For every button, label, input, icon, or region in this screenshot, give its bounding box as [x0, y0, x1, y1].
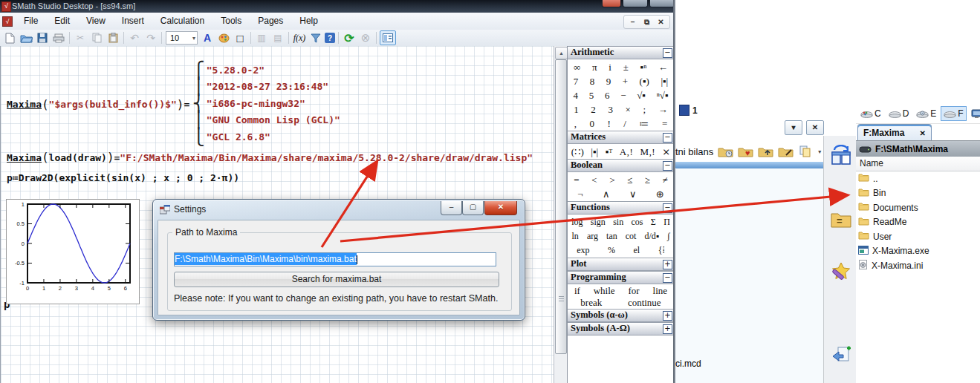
close-button[interactable]: ✕ — [806, 120, 824, 135]
drive-network[interactable]: G — [968, 106, 980, 121]
palette-button[interactable]: el — [634, 245, 640, 256]
palette-button[interactable]: 9 — [606, 76, 611, 88]
file-item[interactable]: X-Maxima.ini — [856, 258, 980, 273]
palette-button[interactable]: i — [609, 62, 611, 73]
palette-button[interactable]: 7 — [574, 76, 579, 88]
font-size-select[interactable]: 10▾ — [166, 31, 198, 45]
palette-button[interactable]: / — [623, 118, 626, 130]
palette-button[interactable]: while — [594, 285, 615, 297]
open-folder-icon[interactable] — [19, 31, 33, 45]
column-header-name[interactable]: Name — [856, 157, 980, 171]
save-icon[interactable] — [35, 31, 50, 45]
palette-button[interactable]: 2 — [591, 104, 596, 116]
palette-button[interactable]: − — [620, 90, 626, 102]
collapse-icon[interactable]: − — [663, 161, 672, 171]
palette-button[interactable]: line — [653, 285, 668, 297]
function-fx-icon[interactable]: f(x) — [292, 31, 307, 45]
menu-item-help[interactable]: Help — [291, 13, 326, 30]
mdi-restore-icon[interactable]: ⧉ — [640, 16, 653, 27]
sine-plot[interactable]: 012345610.50-0.5-1 — [6, 199, 140, 304]
collapse-icon[interactable]: − — [663, 203, 672, 213]
filter-funnel-icon[interactable] — [308, 31, 323, 45]
palette-button[interactable]: ; — [643, 104, 646, 116]
cut-icon[interactable]: ✂ — [73, 31, 88, 45]
menu-item-view[interactable]: View — [78, 13, 114, 30]
palette-button[interactable]: < — [591, 174, 597, 186]
drive-e[interactable]: E — [913, 106, 939, 121]
collapse-icon[interactable]: − — [663, 133, 672, 143]
background-file-label[interactable]: ci.mcd — [675, 359, 701, 369]
folder-edit-icon[interactable] — [778, 145, 794, 157]
palette-button[interactable]: log — [571, 217, 583, 228]
border-icon[interactable]: □ — [233, 31, 247, 45]
menu-item-insert[interactable]: Insert — [114, 13, 152, 30]
palette-button[interactable]: for — [628, 285, 639, 297]
file-item[interactable]: User — [856, 229, 980, 244]
menu-item-tools[interactable]: Tools — [212, 13, 250, 30]
collapse-icon[interactable]: − — [663, 273, 672, 283]
copy-pages-icon[interactable] — [798, 145, 814, 157]
scrollbar-thumb[interactable] — [555, 59, 567, 354]
menu-item-calculation[interactable]: Calculation — [152, 13, 212, 30]
palette-button[interactable]: |▪| — [591, 146, 598, 158]
folder-up-icon[interactable] — [758, 145, 773, 157]
palette-button[interactable]: → — [658, 104, 668, 116]
file-item[interactable]: X-Maxima.exe — [856, 244, 980, 259]
vertical-scrollbar[interactable]: ▲ — [554, 46, 567, 383]
menu-item-pages[interactable]: Pages — [250, 13, 291, 30]
folder-favorites-icon[interactable]: ♥ — [738, 145, 753, 157]
paste-icon[interactable] — [106, 31, 120, 45]
palette-button[interactable]: 0 — [589, 118, 594, 130]
menu-item-file[interactable]: File — [16, 13, 46, 30]
section-header-arithmetic[interactable]: Arithmetic− — [568, 46, 674, 59]
palette-button[interactable]: Π — [663, 217, 670, 228]
menu-item-edit[interactable]: Edit — [46, 13, 78, 30]
mdi-minimize-icon[interactable]: – — [626, 16, 639, 27]
palette-button[interactable]: arg — [587, 231, 598, 242]
palette-button[interactable]: ≔ — [639, 118, 649, 130]
palette-button[interactable]: 6 — [605, 90, 610, 102]
palette-button[interactable]: π — [592, 62, 597, 73]
tools-customize-icon[interactable] — [829, 261, 853, 287]
palette-button[interactable]: A‚! — [620, 146, 633, 158]
caption-restore-stub[interactable] — [623, 0, 648, 7]
palette-button[interactable]: = — [574, 174, 579, 186]
title-bar[interactable]: √ SMath Studio Desktop - [ss94.sm] — [0, 0, 675, 13]
palette-button[interactable]: 4 — [573, 90, 578, 102]
align-vertical-icon[interactable]: ▤ — [270, 31, 285, 45]
palette-button[interactable]: sin — [613, 217, 623, 228]
file-item[interactable]: Documents — [856, 200, 980, 215]
palette-button[interactable]: |▪| — [661, 76, 668, 88]
stop-icon[interactable]: ⊗ — [358, 31, 373, 45]
import-document-icon[interactable] — [831, 344, 853, 369]
palette-button[interactable]: ≠ — [662, 174, 667, 186]
palette-button[interactable]: ⁿ√▪ — [657, 90, 669, 102]
palette-button[interactable]: = — [662, 118, 667, 130]
palette-button[interactable]: continue — [628, 297, 661, 309]
section-header-symbols-upper[interactable]: Symbols (A-Ω)+ — [568, 322, 674, 335]
palette-button[interactable]: 8 — [590, 76, 595, 88]
palette-button[interactable]: (▪) — [640, 76, 649, 88]
close-button[interactable]: ✕ — [484, 201, 517, 215]
palette-button[interactable]: ∧ — [603, 189, 610, 200]
palette-button[interactable]: ∨ — [629, 189, 637, 200]
chevron-down-icon[interactable]: ▾ — [818, 148, 821, 155]
undo-icon[interactable]: ↶ — [127, 31, 142, 45]
maximize-button[interactable]: ▢ — [462, 201, 484, 215]
address-bar[interactable]: F:\SMath\Maxima — [856, 140, 980, 157]
palette-button[interactable]: exp — [577, 245, 589, 256]
palette-color-icon[interactable] — [216, 31, 231, 45]
palette-button[interactable]: ≤ — [627, 174, 632, 186]
side-panel-toggle-icon[interactable] — [380, 30, 396, 45]
palette-button[interactable]: ▪ⁿ — [640, 62, 647, 73]
palette-button[interactable]: ∞ — [574, 62, 580, 73]
new-document-icon[interactable] — [2, 31, 17, 45]
section-header-functions[interactable]: Functions− — [568, 201, 674, 215]
tab-close-icon[interactable]: ✕ — [920, 129, 926, 137]
palette-button[interactable]: (∷) — [571, 146, 584, 158]
palette-button[interactable]: cos — [632, 217, 643, 228]
document-icon[interactable]: √ — [2, 16, 13, 27]
caption-min-stub[interactable] — [649, 0, 675, 7]
palette-button[interactable]: if — [574, 285, 580, 297]
minimize-button[interactable]: – — [441, 201, 462, 215]
